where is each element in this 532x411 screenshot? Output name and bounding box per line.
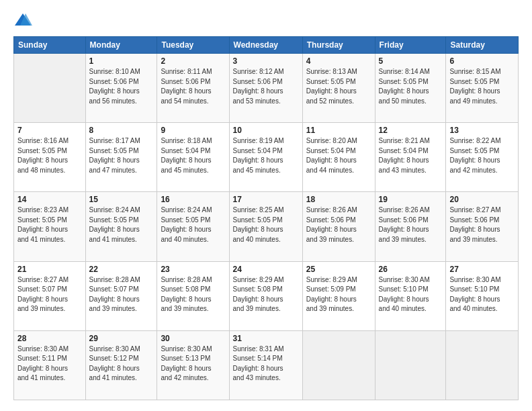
- calendar-cell: 30Sunrise: 8:30 AM Sunset: 5:13 PM Dayli…: [157, 330, 229, 400]
- day-info: Sunrise: 8:15 AM Sunset: 5:05 PM Dayligh…: [449, 67, 515, 106]
- logo-icon: [13, 11, 32, 30]
- day-info: Sunrise: 8:19 AM Sunset: 5:04 PM Dayligh…: [233, 136, 299, 175]
- weekday-header-friday: Friday: [375, 37, 446, 54]
- day-number: 9: [161, 126, 225, 135]
- day-info: Sunrise: 8:20 AM Sunset: 5:04 PM Dayligh…: [306, 136, 371, 175]
- calendar-cell: 10Sunrise: 8:19 AM Sunset: 5:04 PM Dayli…: [229, 123, 302, 192]
- weekday-header-wednesday: Wednesday: [229, 37, 302, 54]
- day-number: 2: [161, 56, 225, 66]
- day-number: 23: [161, 265, 225, 274]
- calendar-cell: 7Sunrise: 8:16 AM Sunset: 5:05 PM Daylig…: [14, 123, 86, 192]
- day-info: Sunrise: 8:17 AM Sunset: 5:05 PM Dayligh…: [89, 136, 154, 175]
- day-number: 30: [161, 334, 225, 343]
- day-info: Sunrise: 8:30 AM Sunset: 5:13 PM Dayligh…: [161, 345, 225, 383]
- calendar-cell: 3Sunrise: 8:12 AM Sunset: 5:06 PM Daylig…: [229, 54, 302, 123]
- calendar-week-row: 28Sunrise: 8:30 AM Sunset: 5:11 PM Dayli…: [14, 330, 519, 400]
- calendar-cell: 15Sunrise: 8:24 AM Sunset: 5:05 PM Dayli…: [85, 192, 157, 261]
- day-number: 10: [233, 126, 299, 135]
- day-number: 24: [233, 265, 299, 274]
- calendar-week-row: 1Sunrise: 8:10 AM Sunset: 5:06 PM Daylig…: [14, 54, 519, 123]
- calendar-cell: 16Sunrise: 8:24 AM Sunset: 5:05 PM Dayli…: [157, 192, 229, 261]
- day-number: 19: [379, 195, 443, 204]
- day-number: 17: [233, 195, 299, 204]
- weekday-header-monday: Monday: [85, 37, 157, 54]
- day-info: Sunrise: 8:30 AM Sunset: 5:12 PM Dayligh…: [89, 345, 154, 383]
- calendar-cell: 12Sunrise: 8:21 AM Sunset: 5:04 PM Dayli…: [375, 123, 446, 192]
- calendar-cell: 13Sunrise: 8:22 AM Sunset: 5:05 PM Dayli…: [446, 123, 519, 192]
- day-info: Sunrise: 8:29 AM Sunset: 5:09 PM Dayligh…: [306, 275, 371, 314]
- calendar-cell: 18Sunrise: 8:26 AM Sunset: 5:06 PM Dayli…: [302, 192, 375, 261]
- day-info: Sunrise: 8:12 AM Sunset: 5:06 PM Dayligh…: [233, 67, 299, 106]
- calendar-cell: [375, 330, 446, 400]
- calendar-cell: 17Sunrise: 8:25 AM Sunset: 5:05 PM Dayli…: [229, 192, 302, 261]
- calendar-week-row: 21Sunrise: 8:27 AM Sunset: 5:07 PM Dayli…: [14, 261, 519, 330]
- day-number: 13: [449, 126, 515, 135]
- day-number: 7: [17, 126, 82, 135]
- day-info: Sunrise: 8:23 AM Sunset: 5:05 PM Dayligh…: [17, 205, 82, 244]
- weekday-header-saturday: Saturday: [446, 37, 519, 54]
- day-number: 4: [306, 56, 371, 66]
- day-number: 27: [449, 265, 515, 274]
- day-info: Sunrise: 8:31 AM Sunset: 5:14 PM Dayligh…: [233, 345, 299, 383]
- day-info: Sunrise: 8:22 AM Sunset: 5:05 PM Dayligh…: [449, 136, 515, 175]
- calendar-cell: 24Sunrise: 8:29 AM Sunset: 5:08 PM Dayli…: [229, 261, 302, 330]
- calendar-cell: 21Sunrise: 8:27 AM Sunset: 5:07 PM Dayli…: [14, 261, 86, 330]
- calendar-cell: 11Sunrise: 8:20 AM Sunset: 5:04 PM Dayli…: [302, 123, 375, 192]
- day-info: Sunrise: 8:24 AM Sunset: 5:05 PM Dayligh…: [89, 205, 154, 244]
- day-info: Sunrise: 8:27 AM Sunset: 5:07 PM Dayligh…: [17, 275, 82, 314]
- day-number: 22: [89, 265, 154, 274]
- weekday-header-sunday: Sunday: [14, 37, 86, 54]
- calendar-cell: 1Sunrise: 8:10 AM Sunset: 5:06 PM Daylig…: [85, 54, 157, 123]
- calendar-cell: 2Sunrise: 8:11 AM Sunset: 5:06 PM Daylig…: [157, 54, 229, 123]
- day-number: 25: [306, 265, 371, 274]
- calendar-cell: [14, 54, 86, 123]
- calendar-cell: 20Sunrise: 8:27 AM Sunset: 5:06 PM Dayli…: [446, 192, 519, 261]
- day-number: 5: [379, 56, 443, 66]
- day-number: 11: [306, 126, 371, 135]
- day-info: Sunrise: 8:18 AM Sunset: 5:04 PM Dayligh…: [161, 136, 225, 175]
- day-number: 29: [89, 334, 154, 343]
- day-info: Sunrise: 8:21 AM Sunset: 5:04 PM Dayligh…: [379, 136, 443, 175]
- day-info: Sunrise: 8:26 AM Sunset: 5:06 PM Dayligh…: [306, 205, 371, 244]
- calendar-cell: 25Sunrise: 8:29 AM Sunset: 5:09 PM Dayli…: [302, 261, 375, 330]
- calendar-cell: 6Sunrise: 8:15 AM Sunset: 5:05 PM Daylig…: [446, 54, 519, 123]
- logo: [13, 11, 35, 30]
- day-number: 18: [306, 195, 371, 204]
- calendar-cell: 8Sunrise: 8:17 AM Sunset: 5:05 PM Daylig…: [85, 123, 157, 192]
- calendar-cell: 14Sunrise: 8:23 AM Sunset: 5:05 PM Dayli…: [14, 192, 86, 261]
- calendar-cell: 26Sunrise: 8:30 AM Sunset: 5:10 PM Dayli…: [375, 261, 446, 330]
- day-info: Sunrise: 8:30 AM Sunset: 5:10 PM Dayligh…: [379, 275, 443, 314]
- day-number: 21: [17, 265, 82, 274]
- calendar-cell: 28Sunrise: 8:30 AM Sunset: 5:11 PM Dayli…: [14, 330, 86, 400]
- calendar-table: SundayMondayTuesdayWednesdayThursdayFrid…: [13, 36, 519, 400]
- day-number: 20: [449, 195, 515, 204]
- day-info: Sunrise: 8:24 AM Sunset: 5:05 PM Dayligh…: [161, 205, 225, 244]
- day-info: Sunrise: 8:30 AM Sunset: 5:10 PM Dayligh…: [449, 275, 515, 314]
- day-info: Sunrise: 8:25 AM Sunset: 5:05 PM Dayligh…: [233, 205, 299, 244]
- calendar-cell: [446, 330, 519, 400]
- calendar-cell: 31Sunrise: 8:31 AM Sunset: 5:14 PM Dayli…: [229, 330, 302, 400]
- day-info: Sunrise: 8:14 AM Sunset: 5:05 PM Dayligh…: [379, 67, 443, 106]
- calendar-cell: [302, 330, 375, 400]
- day-number: 6: [449, 56, 515, 66]
- calendar-cell: 4Sunrise: 8:13 AM Sunset: 5:05 PM Daylig…: [302, 54, 375, 123]
- day-number: 14: [17, 195, 82, 204]
- day-info: Sunrise: 8:28 AM Sunset: 5:08 PM Dayligh…: [161, 275, 225, 314]
- calendar-week-row: 14Sunrise: 8:23 AM Sunset: 5:05 PM Dayli…: [14, 192, 519, 261]
- header: [13, 11, 519, 30]
- calendar-cell: 22Sunrise: 8:28 AM Sunset: 5:07 PM Dayli…: [85, 261, 157, 330]
- day-info: Sunrise: 8:13 AM Sunset: 5:05 PM Dayligh…: [306, 67, 371, 106]
- weekday-header-row: SundayMondayTuesdayWednesdayThursdayFrid…: [14, 37, 519, 54]
- calendar-header: SundayMondayTuesdayWednesdayThursdayFrid…: [14, 37, 519, 54]
- day-info: Sunrise: 8:11 AM Sunset: 5:06 PM Dayligh…: [161, 67, 225, 106]
- day-number: 31: [233, 334, 299, 343]
- day-number: 8: [89, 126, 154, 135]
- day-info: Sunrise: 8:16 AM Sunset: 5:05 PM Dayligh…: [17, 136, 82, 175]
- weekday-header-tuesday: Tuesday: [157, 37, 229, 54]
- calendar-cell: 5Sunrise: 8:14 AM Sunset: 5:05 PM Daylig…: [375, 54, 446, 123]
- day-number: 28: [17, 334, 82, 343]
- calendar-cell: 27Sunrise: 8:30 AM Sunset: 5:10 PM Dayli…: [446, 261, 519, 330]
- day-number: 15: [89, 195, 154, 204]
- calendar-body: 1Sunrise: 8:10 AM Sunset: 5:06 PM Daylig…: [14, 54, 519, 400]
- calendar-cell: 9Sunrise: 8:18 AM Sunset: 5:04 PM Daylig…: [157, 123, 229, 192]
